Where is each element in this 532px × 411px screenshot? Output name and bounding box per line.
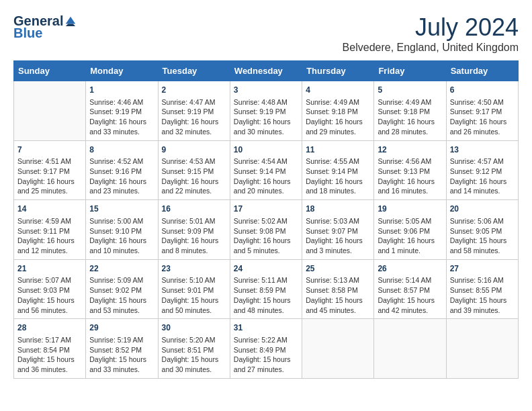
calendar-cell: 13Sunrise: 4:57 AMSunset: 9:12 PMDayligh… [446,140,518,200]
calendar-week-row: 7Sunrise: 4:51 AMSunset: 9:17 PMDaylight… [14,140,519,200]
calendar-cell: 7Sunrise: 4:51 AMSunset: 9:17 PMDaylight… [14,140,86,200]
calendar-cell: 23Sunrise: 5:10 AMSunset: 9:01 PMDayligh… [158,259,230,319]
cell-content: Sunrise: 5:09 AMSunset: 9:02 PMDaylight:… [89,275,154,315]
day-number: 9 [162,144,226,156]
calendar-week-row: 28Sunrise: 5:17 AMSunset: 8:54 PMDayligh… [14,319,519,379]
calendar-cell [14,81,86,141]
cell-content: Sunrise: 4:49 AMSunset: 9:18 PMDaylight:… [378,97,442,137]
cell-content: Sunrise: 4:47 AMSunset: 9:19 PMDaylight:… [162,97,226,137]
day-number: 7 [17,144,82,156]
cell-content: Sunrise: 5:20 AMSunset: 8:51 PMDaylight:… [162,335,226,375]
page-header: General Blue July 2024 Belvedere, Englan… [13,13,519,54]
cell-content: Sunrise: 4:51 AMSunset: 9:17 PMDaylight:… [17,156,82,196]
calendar-cell: 8Sunrise: 4:52 AMSunset: 9:16 PMDaylight… [86,140,158,200]
calendar-cell: 26Sunrise: 5:14 AMSunset: 8:57 PMDayligh… [374,259,446,319]
day-number: 6 [450,85,515,96]
cell-content: Sunrise: 5:17 AMSunset: 8:54 PMDaylight:… [17,335,82,375]
calendar-cell [374,319,446,379]
calendar-cell: 24Sunrise: 5:11 AMSunset: 8:59 PMDayligh… [230,259,302,319]
day-number: 20 [450,203,515,215]
calendar-table: SundayMondayTuesdayWednesdayThursdayFrid… [13,60,519,379]
calendar-week-row: 21Sunrise: 5:07 AMSunset: 9:03 PMDayligh… [14,259,519,319]
day-number: 3 [234,85,298,96]
day-number: 24 [234,263,298,275]
calendar-cell: 10Sunrise: 4:54 AMSunset: 9:14 PMDayligh… [230,140,302,200]
day-number: 27 [450,263,515,275]
cell-content: Sunrise: 4:54 AMSunset: 9:14 PMDaylight:… [234,156,298,196]
calendar-week-row: 1Sunrise: 4:46 AMSunset: 9:19 PMDaylight… [14,81,519,141]
calendar-cell: 27Sunrise: 5:16 AMSunset: 8:55 PMDayligh… [446,259,518,319]
calendar-cell: 19Sunrise: 5:05 AMSunset: 9:06 PMDayligh… [374,200,446,260]
weekday-header-sunday: Sunday [14,61,86,81]
day-number: 19 [378,203,442,215]
calendar-cell: 1Sunrise: 4:46 AMSunset: 9:19 PMDaylight… [86,81,158,141]
cell-content: Sunrise: 5:07 AMSunset: 9:03 PMDaylight:… [17,275,82,315]
calendar-cell: 20Sunrise: 5:06 AMSunset: 9:05 PMDayligh… [446,200,518,260]
day-number: 10 [234,144,298,156]
day-number: 16 [162,203,226,215]
calendar-cell: 2Sunrise: 4:47 AMSunset: 9:19 PMDaylight… [158,81,230,141]
calendar-cell: 15Sunrise: 5:00 AMSunset: 9:10 PMDayligh… [86,200,158,260]
cell-content: Sunrise: 4:52 AMSunset: 9:16 PMDaylight:… [89,156,154,196]
cell-content: Sunrise: 5:05 AMSunset: 9:06 PMDaylight:… [378,216,442,256]
cell-content: Sunrise: 5:06 AMSunset: 9:05 PMDaylight:… [450,216,515,256]
cell-content: Sunrise: 4:59 AMSunset: 9:11 PMDaylight:… [17,216,82,256]
calendar-cell: 9Sunrise: 4:53 AMSunset: 9:15 PMDaylight… [158,140,230,200]
calendar-cell: 25Sunrise: 5:13 AMSunset: 8:58 PMDayligh… [302,259,374,319]
calendar-cell: 30Sunrise: 5:20 AMSunset: 8:51 PMDayligh… [158,319,230,379]
weekday-header-thursday: Thursday [302,61,374,81]
cell-content: Sunrise: 4:50 AMSunset: 9:17 PMDaylight:… [450,97,515,137]
calendar-cell: 21Sunrise: 5:07 AMSunset: 9:03 PMDayligh… [14,259,86,319]
cell-content: Sunrise: 5:11 AMSunset: 8:59 PMDaylight:… [234,275,298,315]
calendar-cell: 14Sunrise: 4:59 AMSunset: 9:11 PMDayligh… [14,200,86,260]
day-number: 18 [306,203,370,215]
weekday-header-wednesday: Wednesday [230,61,302,81]
day-number: 11 [306,144,370,156]
calendar-cell: 29Sunrise: 5:19 AMSunset: 8:52 PMDayligh… [86,319,158,379]
calendar-cell: 6Sunrise: 4:50 AMSunset: 9:17 PMDaylight… [446,81,518,141]
weekday-header-friday: Friday [374,61,446,81]
logo: General Blue [13,13,77,41]
day-number: 25 [306,263,370,275]
cell-content: Sunrise: 5:19 AMSunset: 8:52 PMDaylight:… [89,335,154,375]
calendar-cell: 12Sunrise: 4:56 AMSunset: 9:13 PMDayligh… [374,140,446,200]
day-number: 13 [450,144,515,156]
calendar-cell: 11Sunrise: 4:55 AMSunset: 9:14 PMDayligh… [302,140,374,200]
cell-content: Sunrise: 5:16 AMSunset: 8:55 PMDaylight:… [450,275,515,315]
cell-content: Sunrise: 5:22 AMSunset: 8:49 PMDaylight:… [234,335,298,375]
day-number: 5 [378,85,442,96]
calendar-cell: 18Sunrise: 5:03 AMSunset: 9:07 PMDayligh… [302,200,374,260]
cell-content: Sunrise: 5:00 AMSunset: 9:10 PMDaylight:… [89,216,154,256]
day-number: 21 [17,263,82,275]
day-number: 14 [17,203,82,215]
cell-content: Sunrise: 5:02 AMSunset: 9:08 PMDaylight:… [234,216,298,256]
cell-content: Sunrise: 5:13 AMSunset: 8:58 PMDaylight:… [306,275,370,315]
day-number: 22 [89,263,154,275]
calendar-cell: 5Sunrise: 4:49 AMSunset: 9:18 PMDaylight… [374,81,446,141]
calendar-cell [446,319,518,379]
calendar-cell: 22Sunrise: 5:09 AMSunset: 9:02 PMDayligh… [86,259,158,319]
cell-content: Sunrise: 5:03 AMSunset: 9:07 PMDaylight:… [306,216,370,256]
cell-content: Sunrise: 4:53 AMSunset: 9:15 PMDaylight:… [162,156,226,196]
day-number: 15 [89,203,154,215]
calendar-cell: 28Sunrise: 5:17 AMSunset: 8:54 PMDayligh… [14,319,86,379]
weekday-header-row: SundayMondayTuesdayWednesdayThursdayFrid… [14,61,519,81]
calendar-week-row: 14Sunrise: 4:59 AMSunset: 9:11 PMDayligh… [14,200,519,260]
day-number: 23 [162,263,226,275]
calendar-cell: 31Sunrise: 5:22 AMSunset: 8:49 PMDayligh… [230,319,302,379]
cell-content: Sunrise: 4:46 AMSunset: 9:19 PMDaylight:… [89,97,154,137]
calendar-cell: 4Sunrise: 4:49 AMSunset: 9:18 PMDaylight… [302,81,374,141]
day-number: 4 [306,85,370,96]
cell-content: Sunrise: 5:10 AMSunset: 9:01 PMDaylight:… [162,275,226,315]
day-number: 29 [89,322,154,334]
day-number: 2 [162,85,226,96]
day-number: 26 [378,263,442,275]
cell-content: Sunrise: 4:55 AMSunset: 9:14 PMDaylight:… [306,156,370,196]
logo-icon [64,15,77,27]
cell-content: Sunrise: 5:14 AMSunset: 8:57 PMDaylight:… [378,275,442,315]
cell-content: Sunrise: 4:48 AMSunset: 9:19 PMDaylight:… [234,97,298,137]
calendar-cell [302,319,374,379]
cell-content: Sunrise: 4:57 AMSunset: 9:12 PMDaylight:… [450,156,515,196]
calendar-cell: 3Sunrise: 4:48 AMSunset: 9:19 PMDaylight… [230,81,302,141]
calendar-cell: 16Sunrise: 5:01 AMSunset: 9:09 PMDayligh… [158,200,230,260]
